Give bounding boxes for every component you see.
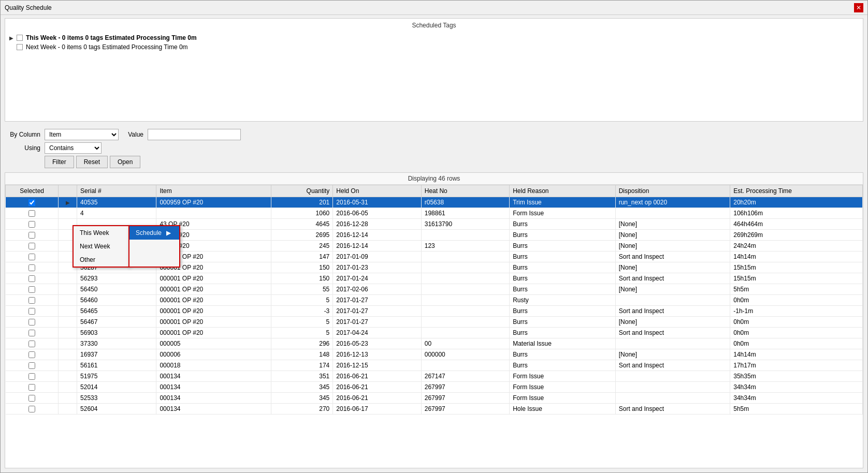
checkbox-nextweek[interactable]	[17, 44, 23, 50]
context-menu-item-thisweek[interactable]: This Week	[74, 226, 128, 240]
row-checkbox[interactable]	[28, 373, 35, 380]
cell-arrow	[59, 284, 77, 295]
row-checkbox[interactable]	[28, 341, 35, 347]
cell-heatno	[421, 230, 509, 241]
cell-item: 000001 OP #20	[156, 317, 271, 328]
cell-proctime: 15h15m	[730, 273, 863, 284]
table-row[interactable]: ▶40535000959 OP #202012016-05-31r05638Tr…	[6, 197, 863, 208]
schedule-submenu-item-schedule[interactable]: Schedule ▶	[129, 226, 179, 240]
cell-heldreason: Burrs	[510, 328, 616, 338]
schedule-submenu: Schedule ▶	[128, 225, 180, 268]
cell-heatno	[421, 295, 509, 306]
row-checkbox[interactable]	[28, 351, 35, 358]
cell-item: 000959 OP #20	[156, 197, 271, 208]
reset-button[interactable]: Reset	[76, 156, 108, 168]
cell-heatno: 198861	[421, 208, 509, 219]
row-checkbox[interactable]	[28, 384, 35, 391]
cell-qty: 1060	[271, 208, 333, 219]
cell-heldreason: Burrs	[510, 317, 616, 328]
table-row[interactable]: 56903000001 OP #2052017-04-24BurrsSort a…	[6, 328, 863, 338]
table-row[interactable]: 56460000001 OP #2052017-01-27Rusty0h0m	[6, 295, 863, 306]
row-checkbox[interactable]	[28, 362, 35, 369]
header-serial: Serial #	[77, 185, 156, 197]
cell-disposition	[615, 382, 730, 393]
row-checkbox[interactable]	[28, 243, 35, 249]
using-select[interactable]: Contains Equals Starts With Ends With	[45, 142, 102, 154]
cell-qty: 345	[271, 382, 333, 393]
table-row[interactable]: 373300000052962016-05-2300Material Issue…	[6, 338, 863, 349]
row-checkbox[interactable]	[28, 319, 35, 326]
schedule-label: Schedule	[136, 229, 162, 236]
cell-heldon: 2017-01-09	[333, 252, 421, 262]
cell-selected	[6, 241, 59, 252]
row-checkbox[interactable]	[28, 406, 35, 412]
row-checkbox[interactable]	[28, 286, 35, 293]
row-checkbox[interactable]	[28, 232, 35, 239]
context-menu-thisweek-label: This Week	[80, 229, 109, 236]
open-button[interactable]: Open	[110, 156, 140, 168]
table-row[interactable]: 169370000061482016-12-13000000Burrs[None…	[6, 349, 863, 360]
filter-button[interactable]: Filter	[45, 156, 74, 168]
cell-disposition: Sort and Inspect	[615, 404, 730, 415]
context-menu-item-other[interactable]: Other	[74, 253, 128, 267]
row-checkbox[interactable]	[28, 221, 35, 228]
row-checkbox[interactable]	[28, 275, 35, 282]
table-row[interactable]: 56467000001 OP #2052017-01-27Burrs[None]…	[6, 317, 863, 328]
expand-arrow-thisweek[interactable]: ▶	[9, 35, 13, 41]
cell-arrow	[59, 208, 77, 219]
cell-heldreason: Form Issue	[510, 208, 616, 219]
cell-heatno: 00	[421, 338, 509, 349]
row-checkbox[interactable]	[28, 297, 35, 304]
cell-heldreason: Burrs	[510, 360, 616, 371]
cell-heldon: 2016-12-13	[333, 349, 421, 360]
table-row[interactable]: 525330001343452016-06-21267997Form Issue…	[6, 393, 863, 404]
table-row[interactable]: 56450000001 OP #20552017-02-06Burrs[None…	[6, 284, 863, 295]
row-checkbox[interactable]	[28, 210, 35, 217]
cell-proctime: 24h24m	[730, 241, 863, 252]
cell-selected	[6, 349, 59, 360]
row-checkbox[interactable]	[28, 395, 35, 402]
cell-qty: 296	[271, 338, 333, 349]
value-input[interactable]	[148, 129, 241, 140]
row-checkbox[interactable]	[28, 308, 35, 315]
table-row[interactable]: 410602016-06-05198861Form Issue106h106m	[6, 208, 863, 219]
row-checkbox[interactable]	[28, 254, 35, 260]
table-row[interactable]: 56293000001 OP #201502017-01-24BurrsSort…	[6, 273, 863, 284]
column-select[interactable]: Item Serial # Quantity Held On Heat No H…	[45, 129, 119, 140]
cell-heldon: 2017-01-27	[333, 317, 421, 328]
cell-arrow	[59, 393, 77, 404]
cell-item: 000001 OP #20	[156, 328, 271, 338]
cell-heatno	[421, 360, 509, 371]
table-container[interactable]: Selected Serial # Item Quantity Held On …	[5, 185, 863, 468]
checkbox-thisweek[interactable]	[17, 35, 23, 41]
table-row[interactable]: 56465000001 OP #20-32017-01-27BurrsSort …	[6, 306, 863, 317]
row-checkbox[interactable]	[28, 199, 35, 206]
cell-arrow	[59, 295, 77, 306]
cell-item: 000006	[156, 349, 271, 360]
table-row[interactable]: 561610000181742016-12-15BurrsSort and In…	[6, 360, 863, 371]
table-row[interactable]: 520140001343452016-06-21267997Form Issue…	[6, 382, 863, 393]
cell-item	[156, 208, 271, 219]
cell-proctime: 464h464m	[730, 219, 863, 230]
cell-qty: 201	[271, 197, 333, 208]
cell-heldreason: Burrs	[510, 262, 616, 273]
cell-arrow	[59, 338, 77, 349]
cell-item: 000134	[156, 404, 271, 415]
cell-disposition: Sort and Inspect	[615, 273, 730, 284]
cell-serial: 56450	[77, 284, 156, 295]
cell-selected	[6, 393, 59, 404]
by-column-label: By Column	[7, 131, 40, 138]
cell-qty: 351	[271, 371, 333, 382]
close-button[interactable]: ✕	[854, 3, 863, 12]
table-row[interactable]: 519750001343512016-06-21267147Form Issue…	[6, 371, 863, 382]
cell-heldon: 2017-01-27	[333, 306, 421, 317]
cell-serial: 56293	[77, 273, 156, 284]
row-checkbox[interactable]	[28, 264, 35, 271]
cell-proctime: 17h17m	[730, 360, 863, 371]
header-proctime: Est. Processing Time	[730, 185, 863, 197]
table-row[interactable]: 526040001342702016-06-17267997Hole Issue…	[6, 404, 863, 415]
cell-qty: 150	[271, 273, 333, 284]
row-checkbox[interactable]	[28, 330, 35, 336]
cell-disposition: [None]	[615, 349, 730, 360]
context-menu-item-nextweek[interactable]: Next Week	[74, 240, 128, 253]
